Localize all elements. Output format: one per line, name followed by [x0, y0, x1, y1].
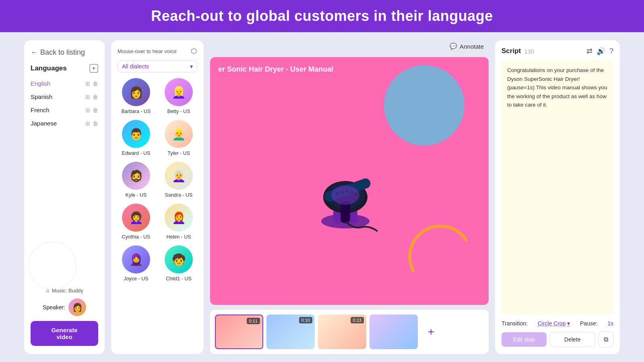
voice-item-tyler[interactable]: 👱‍♂️ Tyler - US	[160, 120, 197, 156]
voice-name-tyler: Tyler - US	[167, 150, 190, 156]
video-toolbar: 💬 Annotate	[210, 40, 489, 52]
language-name-spanish: Spanish	[31, 93, 52, 100]
voice-item-kyle[interactable]: 🧔 Kyle - US	[118, 162, 155, 198]
audio-icon[interactable]: 🔊	[597, 47, 605, 56]
copy-button[interactable]: ⧉	[599, 331, 613, 348]
delete-language-icon-english[interactable]: 🗑	[93, 80, 98, 87]
script-header: Script 130 ⇄ 🔊 ?	[502, 47, 613, 56]
language-icons-japanese: ⊞ 🗑	[85, 120, 98, 127]
timeline-clip-3[interactable]: 0:13	[318, 315, 366, 349]
edit-step-button[interactable]: Edit step	[502, 332, 547, 347]
voice-name-kyle: Kyle - US	[126, 192, 147, 198]
voice-avatar-sandra: 👩‍🦳	[165, 162, 193, 190]
delete-language-icon-french[interactable]: 🗑	[93, 107, 98, 113]
script-panel: Script 130 ⇄ 🔊 ? Congratulations on your…	[495, 40, 620, 354]
chevron-down-icon: ▾	[567, 320, 570, 327]
transition-value[interactable]: Circle Crop ▾	[537, 320, 570, 327]
dialect-dropdown[interactable]: All dialects ▾	[118, 60, 197, 72]
script-title: Script	[502, 47, 521, 55]
copy-language-icon-japanese[interactable]: ⊞	[85, 120, 90, 127]
speaker-row: Speaker: 👩	[43, 298, 86, 316]
helen-face: 👩‍🦰	[165, 204, 193, 232]
script-title-row: Script 130	[502, 47, 534, 55]
delete-language-icon-spanish[interactable]: 🗑	[93, 94, 98, 100]
voice-name-child1: Child1 - US	[166, 276, 192, 282]
voice-item-betty[interactable]: 👱‍♀️ Betty - US	[160, 78, 197, 114]
voice-name-joyce: Joyce - US	[124, 276, 148, 282]
tyler-face: 👱‍♂️	[165, 120, 193, 148]
betty-face: 👱‍♀️	[165, 78, 193, 106]
back-to-listing-link[interactable]: ← Back to listing	[31, 48, 98, 57]
voice-avatar-joyce: 🧕	[122, 245, 150, 274]
sidebar: ← Back to listing Languages + English ⊞ …	[24, 40, 105, 354]
video-preview: er Sonic Hair Dryer - User Manual	[210, 57, 489, 305]
pause-value: 1s	[607, 320, 613, 327]
language-item-french[interactable]: French ⊞ 🗑	[31, 105, 98, 115]
voice-avatar-betty: 👱‍♀️	[165, 78, 193, 106]
voice-item-sandra[interactable]: 👩‍🦳 Sandra - US	[160, 162, 197, 198]
add-language-button[interactable]: +	[89, 64, 98, 73]
video-area: 💬 Annotate er Sonic Hair Dryer - User Ma…	[210, 40, 489, 354]
voice-item-cynthia[interactable]: 👩‍🦱 Cynthia - US	[118, 204, 155, 240]
delete-button[interactable]: Delete	[550, 332, 596, 347]
delete-language-icon-japanese[interactable]: 🗑	[93, 120, 98, 127]
video-teal-circle	[384, 65, 464, 146]
joyce-face: 🧕	[122, 245, 150, 274]
voice-item-child1[interactable]: 🧒 Child1 - US	[160, 245, 197, 282]
copy-language-icon-english[interactable]: ⊞	[85, 80, 90, 87]
annotate-button[interactable]: 💬 Annotate	[445, 40, 489, 52]
language-icons-spanish: ⊞ 🗑	[85, 94, 98, 100]
barbara-face: 👩	[122, 78, 150, 106]
svg-point-6	[331, 185, 359, 205]
script-text-box[interactable]: Congratulations on your purchase of the …	[502, 60, 613, 315]
cynthia-face: 👩‍🦱	[122, 204, 150, 232]
voice-grid: 👩 Barbara - US 👱‍♀️ Betty - US 👨 Edward …	[118, 78, 197, 282]
transition-row: Transition: Circle Crop ▾ Pause: 1s	[502, 320, 613, 327]
voice-avatar-edward: 👨	[122, 120, 150, 148]
export-icon[interactable]: ⬡	[191, 47, 197, 56]
voice-avatar-tyler: 👱‍♂️	[165, 120, 193, 148]
sidebar-bottom: ♫ Music: Buddy Speaker: 👩 Generate video	[31, 288, 98, 346]
script-count: 130	[524, 48, 534, 55]
page-header: Reach-out to global customers in their l…	[0, 0, 644, 32]
language-name-english: English	[31, 80, 50, 87]
language-item-english[interactable]: English ⊞ 🗑	[31, 78, 98, 88]
voice-name-betty: Betty - US	[167, 109, 190, 114]
copy-language-icon-spanish[interactable]: ⊞	[85, 94, 90, 100]
translate-icon[interactable]: ⇄	[586, 47, 592, 56]
voice-panel: Mouse-over to hear voice ⬡ All dialects …	[111, 40, 204, 354]
voice-name-barbara: Barbara - US	[122, 109, 151, 114]
voice-item-joyce[interactable]: 🧕 Joyce - US	[118, 245, 155, 282]
voice-avatar-kyle: 🧔	[122, 162, 150, 190]
video-arc-decoration	[396, 213, 485, 301]
annotate-label: Annotate	[460, 43, 484, 50]
language-icons-french: ⊞ 🗑	[85, 107, 98, 113]
timeline-clip-4[interactable]	[369, 315, 418, 349]
dialect-label: All dialects	[122, 63, 149, 70]
back-arrow-icon: ←	[31, 48, 38, 57]
language-item-spanish[interactable]: Spanish ⊞ 🗑	[31, 92, 98, 102]
annotate-icon: 💬	[450, 43, 457, 50]
speaker-avatar[interactable]: 👩	[68, 298, 86, 316]
add-clip-button[interactable]: +	[421, 315, 441, 349]
copy-language-icon-french[interactable]: ⊞	[85, 107, 90, 113]
mouse-over-label: Mouse-over to hear voice	[118, 48, 177, 54]
voice-item-helen[interactable]: 👩‍🦰 Helen - US	[160, 204, 197, 240]
svg-point-11	[355, 193, 358, 195]
speaker-label: Speaker:	[43, 304, 65, 311]
help-icon[interactable]: ?	[609, 47, 613, 56]
timeline-clip-1[interactable]: 0:11	[215, 315, 263, 349]
voice-item-barbara[interactable]: 👩 Barbara - US	[118, 78, 155, 114]
video-title-overlay: er Sonic Hair Dryer - User Manual	[218, 65, 333, 74]
script-tools: ⇄ 🔊 ?	[586, 47, 613, 56]
language-icons-english: ⊞ 🗑	[85, 80, 98, 87]
main-area: ← Back to listing Languages + English ⊞ …	[0, 32, 644, 362]
language-item-japanese[interactable]: Japanese ⊞ 🗑	[31, 118, 98, 128]
timeline: 0:11 0:10 0:13 +	[210, 310, 489, 354]
svg-point-8	[341, 191, 343, 193]
edward-face: 👨	[122, 120, 150, 148]
generate-video-button[interactable]: Generate video	[31, 321, 98, 346]
voice-item-edward[interactable]: 👨 Edward - US	[118, 120, 155, 156]
timeline-clip-2[interactable]: 0:10	[266, 315, 315, 349]
languages-header: Languages +	[31, 64, 98, 73]
